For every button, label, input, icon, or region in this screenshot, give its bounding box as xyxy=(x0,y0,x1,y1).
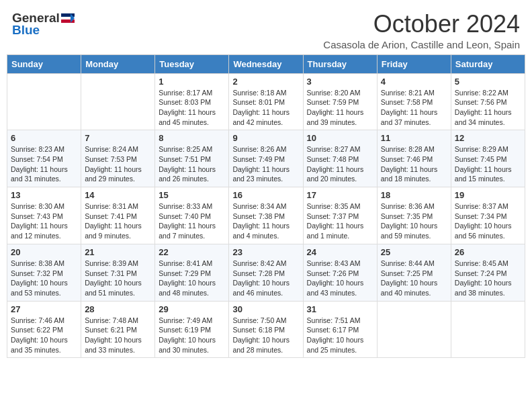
weekday-header-saturday: Saturday xyxy=(451,54,525,73)
logo-flag-icon xyxy=(61,13,75,23)
logo-blue: Blue xyxy=(12,23,40,38)
calendar-cell: 3Sunrise: 8:20 AM Sunset: 7:59 PM Daylig… xyxy=(303,73,377,130)
day-detail: Sunrise: 8:26 AM Sunset: 7:49 PM Dayligh… xyxy=(232,144,299,184)
calendar-cell xyxy=(451,301,525,358)
calendar-cell xyxy=(81,73,155,130)
title-block: October 2024 Casasola de Arion, Castille… xyxy=(323,11,520,50)
calendar-cell: 4Sunrise: 8:21 AM Sunset: 7:58 PM Daylig… xyxy=(377,73,451,130)
day-detail: Sunrise: 8:30 AM Sunset: 7:43 PM Dayligh… xyxy=(11,201,77,241)
calendar-cell: 19Sunrise: 8:37 AM Sunset: 7:34 PM Dayli… xyxy=(451,187,525,244)
day-number: 30 xyxy=(232,304,299,314)
day-number: 12 xyxy=(455,133,521,143)
day-detail: Sunrise: 7:50 AM Sunset: 6:18 PM Dayligh… xyxy=(232,316,299,355)
calendar-cell: 2Sunrise: 8:18 AM Sunset: 8:01 PM Daylig… xyxy=(229,73,303,130)
month-title: October 2024 xyxy=(323,11,520,38)
day-detail: Sunrise: 8:17 AM Sunset: 8:03 PM Dayligh… xyxy=(159,88,225,128)
calendar-cell: 7Sunrise: 8:24 AM Sunset: 7:53 PM Daylig… xyxy=(81,130,155,187)
day-detail: Sunrise: 8:41 AM Sunset: 7:29 PM Dayligh… xyxy=(159,259,225,298)
day-detail: Sunrise: 8:43 AM Sunset: 7:26 PM Dayligh… xyxy=(307,259,373,298)
calendar-cell: 26Sunrise: 8:45 AM Sunset: 7:24 PM Dayli… xyxy=(451,244,525,301)
calendar-cell: 13Sunrise: 8:30 AM Sunset: 7:43 PM Dayli… xyxy=(7,187,81,244)
day-detail: Sunrise: 7:49 AM Sunset: 6:19 PM Dayligh… xyxy=(159,316,225,355)
day-number: 15 xyxy=(159,190,225,200)
calendar-cell: 25Sunrise: 8:44 AM Sunset: 7:25 PM Dayli… xyxy=(377,244,451,301)
day-number: 10 xyxy=(307,133,373,143)
calendar-table: SundayMondayTuesdayWednesdayThursdayFrid… xyxy=(7,54,525,359)
day-number: 18 xyxy=(381,190,447,200)
page-header: General Blue October 2024 Casasola de Ar… xyxy=(7,7,525,50)
day-number: 17 xyxy=(307,190,373,200)
calendar-cell: 24Sunrise: 8:43 AM Sunset: 7:26 PM Dayli… xyxy=(303,244,377,301)
calendar-cell: 28Sunrise: 7:48 AM Sunset: 6:21 PM Dayli… xyxy=(81,301,155,358)
calendar-cell xyxy=(7,73,81,130)
weekday-header-monday: Monday xyxy=(81,54,155,73)
day-number: 8 xyxy=(159,133,225,143)
day-number: 24 xyxy=(307,247,373,257)
weekday-header-thursday: Thursday xyxy=(303,54,377,73)
calendar-cell: 17Sunrise: 8:35 AM Sunset: 7:37 PM Dayli… xyxy=(303,187,377,244)
day-number: 14 xyxy=(85,190,151,200)
day-number: 1 xyxy=(159,77,225,87)
day-number: 25 xyxy=(381,247,447,257)
day-number: 5 xyxy=(455,77,521,87)
day-number: 28 xyxy=(85,304,151,314)
day-detail: Sunrise: 8:24 AM Sunset: 7:53 PM Dayligh… xyxy=(85,144,151,184)
calendar-cell: 15Sunrise: 8:33 AM Sunset: 7:40 PM Dayli… xyxy=(155,187,229,244)
calendar-cell: 23Sunrise: 8:42 AM Sunset: 7:28 PM Dayli… xyxy=(229,244,303,301)
day-number: 23 xyxy=(232,247,299,257)
calendar-cell: 10Sunrise: 8:27 AM Sunset: 7:48 PM Dayli… xyxy=(303,130,377,187)
calendar-cell: 9Sunrise: 8:26 AM Sunset: 7:49 PM Daylig… xyxy=(229,130,303,187)
day-number: 4 xyxy=(381,77,447,87)
day-detail: Sunrise: 8:18 AM Sunset: 8:01 PM Dayligh… xyxy=(232,88,299,128)
day-detail: Sunrise: 8:29 AM Sunset: 7:45 PM Dayligh… xyxy=(455,144,521,184)
day-number: 3 xyxy=(307,77,373,87)
day-number: 11 xyxy=(381,133,447,143)
calendar-header-row: SundayMondayTuesdayWednesdayThursdayFrid… xyxy=(7,54,525,73)
calendar-cell: 29Sunrise: 7:49 AM Sunset: 6:19 PM Dayli… xyxy=(155,301,229,358)
calendar-cell: 16Sunrise: 8:34 AM Sunset: 7:38 PM Dayli… xyxy=(229,187,303,244)
calendar-cell: 14Sunrise: 8:31 AM Sunset: 7:41 PM Dayli… xyxy=(81,187,155,244)
day-detail: Sunrise: 8:37 AM Sunset: 7:34 PM Dayligh… xyxy=(455,201,521,241)
day-detail: Sunrise: 8:20 AM Sunset: 7:59 PM Dayligh… xyxy=(307,88,373,128)
day-number: 20 xyxy=(11,247,77,257)
calendar-cell: 5Sunrise: 8:22 AM Sunset: 7:56 PM Daylig… xyxy=(451,73,525,130)
day-number: 7 xyxy=(85,133,151,143)
day-detail: Sunrise: 7:48 AM Sunset: 6:21 PM Dayligh… xyxy=(85,316,151,355)
day-detail: Sunrise: 8:33 AM Sunset: 7:40 PM Dayligh… xyxy=(159,201,225,241)
day-number: 9 xyxy=(232,133,299,143)
day-detail: Sunrise: 8:42 AM Sunset: 7:28 PM Dayligh… xyxy=(232,259,299,298)
day-detail: Sunrise: 8:28 AM Sunset: 7:46 PM Dayligh… xyxy=(381,144,447,184)
day-number: 31 xyxy=(307,304,373,314)
day-detail: Sunrise: 8:44 AM Sunset: 7:25 PM Dayligh… xyxy=(381,259,447,298)
calendar-cell: 18Sunrise: 8:36 AM Sunset: 7:35 PM Dayli… xyxy=(377,187,451,244)
calendar-cell: 22Sunrise: 8:41 AM Sunset: 7:29 PM Dayli… xyxy=(155,244,229,301)
calendar-cell: 11Sunrise: 8:28 AM Sunset: 7:46 PM Dayli… xyxy=(377,130,451,187)
day-number: 27 xyxy=(11,304,77,314)
day-detail: Sunrise: 8:31 AM Sunset: 7:41 PM Dayligh… xyxy=(85,201,151,241)
calendar-cell xyxy=(377,301,451,358)
day-number: 16 xyxy=(232,190,299,200)
calendar-cell: 1Sunrise: 8:17 AM Sunset: 8:03 PM Daylig… xyxy=(155,73,229,130)
calendar-week-row: 13Sunrise: 8:30 AM Sunset: 7:43 PM Dayli… xyxy=(7,187,525,244)
day-detail: Sunrise: 8:39 AM Sunset: 7:31 PM Dayligh… xyxy=(85,259,151,298)
calendar-cell: 31Sunrise: 7:51 AM Sunset: 6:17 PM Dayli… xyxy=(303,301,377,358)
weekday-header-tuesday: Tuesday xyxy=(155,54,229,73)
day-number: 29 xyxy=(159,304,225,314)
location-title: Casasola de Arion, Castille and Leon, Sp… xyxy=(323,39,520,50)
day-detail: Sunrise: 8:45 AM Sunset: 7:24 PM Dayligh… xyxy=(455,259,521,298)
day-detail: Sunrise: 8:23 AM Sunset: 7:54 PM Dayligh… xyxy=(11,144,77,184)
calendar-cell: 12Sunrise: 8:29 AM Sunset: 7:45 PM Dayli… xyxy=(451,130,525,187)
calendar-cell: 8Sunrise: 8:25 AM Sunset: 7:51 PM Daylig… xyxy=(155,130,229,187)
day-detail: Sunrise: 8:38 AM Sunset: 7:32 PM Dayligh… xyxy=(11,259,77,298)
calendar-week-row: 27Sunrise: 7:46 AM Sunset: 6:22 PM Dayli… xyxy=(7,301,525,358)
day-detail: Sunrise: 7:51 AM Sunset: 6:17 PM Dayligh… xyxy=(307,316,373,355)
calendar-week-row: 20Sunrise: 8:38 AM Sunset: 7:32 PM Dayli… xyxy=(7,244,525,301)
day-detail: Sunrise: 7:46 AM Sunset: 6:22 PM Dayligh… xyxy=(11,316,77,355)
day-detail: Sunrise: 8:21 AM Sunset: 7:58 PM Dayligh… xyxy=(381,88,447,128)
day-number: 6 xyxy=(11,133,77,143)
calendar-cell: 27Sunrise: 7:46 AM Sunset: 6:22 PM Dayli… xyxy=(7,301,81,358)
calendar-cell: 30Sunrise: 7:50 AM Sunset: 6:18 PM Dayli… xyxy=(229,301,303,358)
day-number: 21 xyxy=(85,247,151,257)
day-detail: Sunrise: 8:25 AM Sunset: 7:51 PM Dayligh… xyxy=(159,144,225,184)
weekday-header-friday: Friday xyxy=(377,54,451,73)
